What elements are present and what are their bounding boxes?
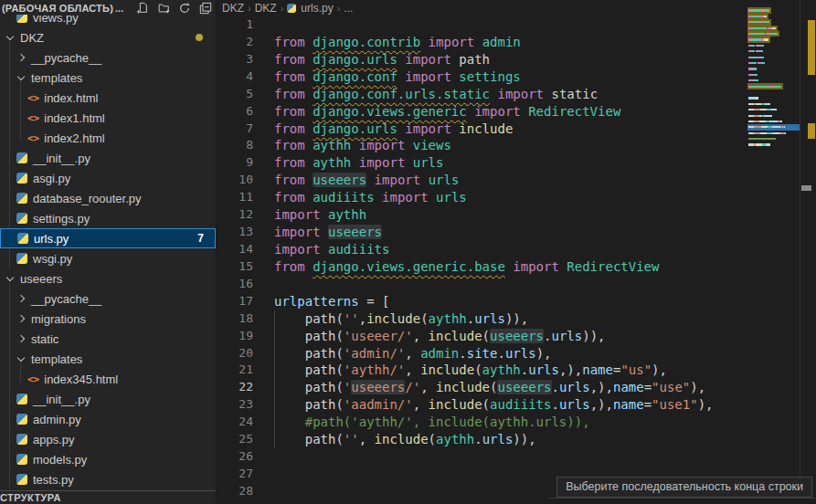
new-file-icon[interactable]	[136, 2, 149, 15]
tree-item--pycache-[interactable]: __pycache__	[0, 47, 216, 68]
code-line[interactable]: 10from useeers import urls	[217, 172, 747, 189]
breadcrumb-item[interactable]: urls.py	[301, 2, 333, 15]
code-token: "use1"	[652, 397, 698, 412]
python-file-icon	[16, 414, 27, 425]
tree-item-index2-html[interactable]: <>index2.html	[0, 128, 216, 148]
line-content	[253, 483, 274, 500]
refresh-icon[interactable]	[178, 2, 191, 15]
breadcrumb-item[interactable]: DKZ	[255, 2, 277, 15]
python-file-icon	[16, 253, 27, 264]
outline-section-header[interactable]: СТРУКТУРА	[0, 490, 216, 504]
overview-ruler[interactable]	[800, 0, 816, 504]
code-line[interactable]: 19 path('useeer/', include(useeers.urls)…	[217, 328, 747, 345]
code-line[interactable]: 21 path('aythh/', include(aythh.urls,),n…	[217, 362, 747, 379]
code-token: path(	[274, 329, 344, 343]
code-line[interactable]: 13import useeers	[217, 224, 747, 241]
tree-item-asgi-py[interactable]: asgi.py	[0, 168, 216, 188]
python-file-icon	[16, 394, 27, 404]
tree-item-index1-html[interactable]: <>index1.html	[0, 108, 216, 128]
code-line[interactable]: 9from aythh import urls	[217, 154, 747, 172]
code-token: from	[274, 121, 313, 136]
code-line[interactable]: 17urlpatterns = [	[217, 293, 747, 310]
code-line[interactable]: 1	[217, 16, 747, 34]
code-token: (	[420, 311, 428, 326]
tree-item-static[interactable]: static	[0, 329, 216, 349]
tree-item--init-py[interactable]: __init__.py	[0, 389, 216, 409]
line-number: 17	[217, 293, 253, 310]
tree-item-dkz[interactable]: DKZ	[0, 27, 216, 47]
code-token: aythh	[313, 138, 351, 152]
code-line[interactable]: 3from django.urls import path	[217, 51, 747, 68]
code-token: django.urls	[313, 52, 397, 67]
code-token: urls	[528, 362, 559, 377]
line-number: 8	[217, 137, 253, 154]
tree-item-database-roouter-py[interactable]: database_roouter.py	[0, 188, 216, 208]
line-number: 15	[217, 258, 253, 276]
more-actions-icon[interactable]: ...	[115, 3, 123, 14]
code-line[interactable]: 2from django.contrib import admin	[217, 34, 747, 51]
tree-item-useeers[interactable]: useeers	[0, 268, 216, 289]
code-line[interactable]: 18 path('',include(aythh.urls)),	[217, 310, 747, 328]
tree-item--pycache-[interactable]: __pycache__	[0, 289, 216, 309]
tree-item-index-html[interactable]: <>index.html	[0, 88, 216, 108]
line-number: 5	[217, 86, 253, 103]
breadcrumb-item[interactable]: ...	[344, 2, 353, 15]
tree-item-migrations[interactable]: migrations	[0, 309, 216, 329]
minimap[interactable]	[747, 0, 800, 504]
code-token: include	[429, 329, 482, 343]
line-content: import useeers	[253, 224, 382, 241]
code-line[interactable]: 16	[217, 276, 747, 293]
code-line[interactable]: 4from django.conf import settings	[217, 68, 747, 86]
tree-item-templates[interactable]: templates	[0, 349, 216, 369]
code-line[interactable]: 8from aythh import views	[217, 137, 747, 154]
code-token: import	[474, 104, 528, 119]
code-line[interactable]: 14import audiiits	[217, 241, 747, 258]
code-token: path	[459, 52, 490, 67]
code-line[interactable]: 5from django.conf.urls.static import sta…	[217, 86, 747, 103]
code-line[interactable]: 25 path('', include(aythh.urls)),	[217, 431, 747, 448]
new-folder-icon[interactable]	[157, 2, 170, 15]
breadcrumb[interactable]: DKZ›DKZ›urls.py›...	[217, 0, 816, 16]
code-token: import	[513, 259, 567, 274]
tree-item-label: index.html	[44, 91, 98, 105]
tree-item-admin-py[interactable]: admin.py	[0, 409, 216, 429]
code-line[interactable]: 26	[217, 448, 747, 466]
tree-item-index345-html[interactable]: <>index345.html	[0, 369, 216, 389]
line-number: 6	[217, 103, 253, 121]
tree-item-wsgi-py[interactable]: wsgi.py	[0, 248, 216, 268]
collapse-all-icon[interactable]	[199, 2, 212, 15]
line-content: from useeers import urls	[253, 172, 459, 189]
tree-item-apps-py[interactable]: apps.py	[0, 429, 216, 449]
python-file-icon	[16, 213, 27, 224]
code-line[interactable]: 6from django.views.generic import Redire…	[217, 103, 747, 121]
code-token: (	[474, 362, 482, 377]
code-line[interactable]: 22 path('useeers/', include(useeers.urls…	[217, 379, 747, 396]
explorer-section-header[interactable]: (РАБОЧАЯ ОБЛАСТЬ) ...	[0, 0, 216, 15]
code-line[interactable]: 15from django.views.generic.base import …	[217, 258, 747, 276]
breadcrumb-item[interactable]: DKZ	[222, 2, 244, 15]
code-token: include	[436, 380, 490, 394]
python-file-icon	[16, 193, 27, 204]
code-line[interactable]: 12import aythh	[217, 206, 747, 224]
tree-item-settings-py[interactable]: settings.py	[0, 208, 216, 228]
code-line[interactable]: 23 path('aadmin/', include(audiiits.urls…	[217, 396, 747, 414]
tree-item-templates[interactable]: templates	[0, 68, 216, 88]
line-content: path('aythh/', include(aythh.urls,),name…	[253, 362, 667, 379]
tree-item--init-py[interactable]: __init__.py	[0, 148, 216, 168]
code-line[interactable]: 7from django.urls import include	[217, 121, 747, 138]
code-token: path(	[274, 346, 344, 361]
code-lines: 12from django.contrib import admin3from …	[217, 16, 747, 504]
code-line[interactable]: 11from audiiits import urls	[217, 189, 747, 206]
tree-item-urls-py[interactable]: urls.py7	[0, 228, 216, 248]
code-token: django.urls	[313, 121, 397, 136]
code-token: include	[375, 432, 429, 446]
tree-item-models-py[interactable]: models.py	[0, 449, 216, 469]
code-line[interactable]: 24 #path('aythh/', include(aythh.urls)),	[217, 414, 747, 431]
code-token: audiiits	[490, 397, 551, 412]
tree-item-label: templates	[31, 71, 82, 85]
code-line[interactable]: 20 path('admin/', admin.site.urls),	[217, 345, 747, 362]
line-number: 16	[217, 276, 253, 293]
tree-item-label: useeers	[20, 272, 62, 286]
code-token: .	[467, 311, 474, 326]
tree-item-tests-py[interactable]: tests.py	[0, 469, 216, 489]
